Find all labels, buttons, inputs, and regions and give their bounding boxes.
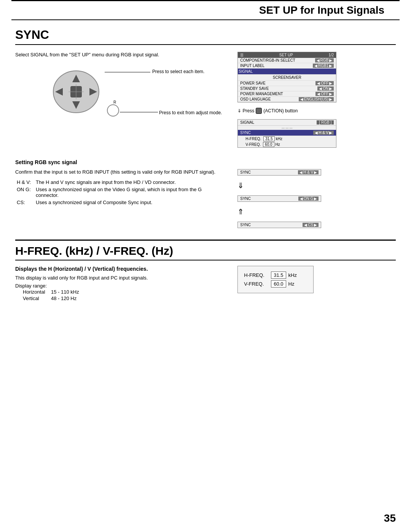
- page-header: SET UP for Input Signals: [11, 0, 400, 20]
- osd-menu-header-icon: ☰: [240, 53, 244, 57]
- hfreq-section-title: H-FREQ. (kHz) / V-FREQ. (Hz): [15, 244, 396, 260]
- signal-vfreq-row: V-FREQ. 60.0 Hz: [238, 142, 336, 147]
- option-ong-desc: Uses a synchronized signal on the Video …: [34, 186, 226, 199]
- hfreq-desc: This display is valid only for RGB input…: [15, 275, 226, 281]
- hfreq-ranges: Display range: Horizontal 15 - 110 kHz V…: [15, 283, 226, 302]
- signal-sync-row: SYNC ◀H & V▶: [238, 130, 336, 136]
- option-ong-key: ON G:: [15, 186, 34, 199]
- menu-row-screensaver: SCREENSAVER: [238, 75, 336, 81]
- remote-label-bottom: Press to exit from adjust mode.: [159, 110, 222, 115]
- signal-menu-label: SIGNAL: [240, 120, 254, 125]
- menu-row-osd-language: OSD LANGUAGE ◀ENGLISH(US)▶: [238, 97, 336, 102]
- sync-menu-cs: SYNC ◀CS▶: [237, 222, 321, 228]
- option-hv-row: H & V: The H and V sync signals are inpu…: [15, 179, 226, 186]
- range-vertical-label: Vertical: [15, 295, 49, 302]
- hfreq-display-value: 31.5: [271, 272, 286, 279]
- sync-menu-hv: SYNC ◀H & V▶: [237, 169, 321, 176]
- hfreq-display-unit: kHz: [288, 272, 297, 278]
- sync-menu-ong: SYNC ◀ON G▶: [237, 195, 321, 202]
- option-hv-key: H & V:: [15, 179, 34, 186]
- action-button-label: ⇓ Press (ACTION) button: [237, 108, 396, 114]
- hfreq-display-label: H-FREQ.: [244, 272, 269, 278]
- arrow-down-1: ⇓: [237, 182, 244, 189]
- vfreq-display-unit: Hz: [288, 281, 295, 287]
- menu-row-power-save: POWER SAVE ◀OFF▶: [238, 81, 336, 86]
- remote-illustration: [46, 65, 107, 118]
- signal-menu-value: [ RGB ]: [317, 120, 334, 125]
- menu-row-signal: SIGNAL: [238, 69, 336, 75]
- signal-hfreq-row: H-FREQ. 31.5 kHz: [238, 136, 336, 142]
- option-cs-desc: Uses a synchronized signal of Composite …: [34, 199, 226, 206]
- signal-dots: — — —: [238, 126, 336, 130]
- hfreq-display-row: H-FREQ. 31.5 kHz: [244, 272, 307, 279]
- page-title: SET UP for Input Signals: [11, 4, 384, 16]
- menu-row-power-mgmt: POWER MANAGEMENT ◀OFF▶: [238, 91, 336, 97]
- signal-menu: SIGNAL [ RGB ] — — — SYNC ◀H & V▶ H-FREQ…: [237, 119, 336, 148]
- range-table: Horizontal 15 - 110 kHz Vertical 48 - 12…: [15, 289, 226, 302]
- arrow-up-1: ⇑: [237, 208, 244, 216]
- range-horizontal-label: Horizontal: [15, 289, 49, 295]
- vfreq-display-label: V-FREQ.: [244, 281, 269, 287]
- range-horizontal-row: Horizontal 15 - 110 kHz: [15, 289, 226, 295]
- action-btn-icon: [256, 108, 262, 114]
- option-cs-row: CS: Uses a synchronized signal of Compos…: [15, 199, 226, 206]
- sync-intro-text: Select SIGNAL from the "SET UP" menu dur…: [15, 52, 226, 58]
- setting-rgb-desc: Confirm that the input is set to RGB INP…: [15, 169, 226, 175]
- range-horizontal-value: 15 - 110 kHz: [49, 289, 226, 295]
- osd-menu: ☰ SET UP 1/2 COMPONENT/RGB-IN SELECT ◀RG…: [237, 52, 336, 102]
- display-range-label: Display range:: [15, 283, 47, 289]
- osd-menu-page: 1/2: [328, 53, 334, 57]
- svg-point-8: [107, 105, 119, 116]
- option-hv-desc: The H and V sync signals are input from …: [34, 179, 226, 186]
- page-number: 35: [384, 512, 396, 524]
- hfreq-subtitle: Displays the H (Horizontal) / V (Vertica…: [15, 266, 226, 272]
- menu-row-component: COMPONENT/RGB-IN SELECT ◀RGB▶: [238, 58, 336, 63]
- remote-label-top: Press to select each item.: [152, 69, 204, 74]
- setting-rgb-title: Setting RGB sync signal: [15, 159, 396, 165]
- freq-display-box: H-FREQ. 31.5 kHz V-FREQ. 60.0 Hz: [237, 266, 314, 293]
- osd-menu-title: SET UP: [279, 53, 293, 57]
- range-vertical-row: Vertical 48 - 120 Hz: [15, 295, 226, 302]
- r-button-icon: [107, 104, 120, 117]
- vfreq-display-value: 60.0: [271, 280, 286, 288]
- menu-row-input-label: INPUT LABEL ◀RGB1▶: [238, 63, 336, 69]
- sync-section-title: SYNC: [15, 28, 396, 45]
- option-cs-key: CS:: [15, 199, 34, 206]
- sync-options-table: H & V: The H and V sync signals are inpu…: [15, 179, 226, 206]
- menu-row-standby-save: STANDBY SAVE ◀ON▶: [238, 86, 336, 91]
- range-vertical-value: 48 - 120 Hz: [49, 295, 226, 302]
- option-ong-row: ON G: Uses a synchronized signal on the …: [15, 186, 226, 199]
- vfreq-display-row: V-FREQ. 60.0 Hz: [244, 280, 307, 288]
